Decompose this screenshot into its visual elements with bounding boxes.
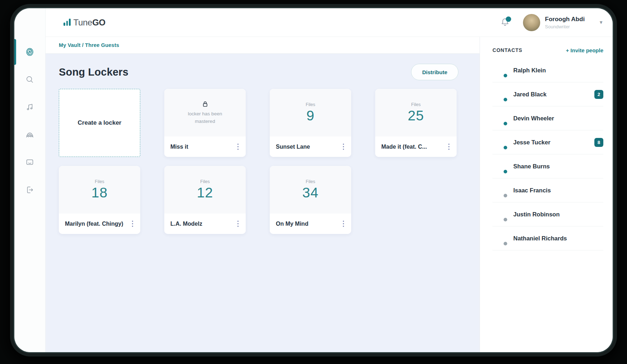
unread-badge: 2 <box>594 90 603 99</box>
files-label: Files <box>200 179 209 184</box>
avatar-wrap <box>492 87 507 101</box>
nav-messages[interactable] <box>25 158 34 167</box>
locker-card[interactable]: Files 9 Sunset Lane <box>270 89 351 157</box>
locker-card[interactable]: Files 12 L.A. Modelz <box>164 166 246 234</box>
locker-title: Miss it <box>170 144 188 150</box>
contact-row[interactable]: Ralph Klein <box>492 58 603 82</box>
invite-people-link[interactable]: + Invite people <box>566 47 603 53</box>
locker-title: Sunset Lane <box>276 144 310 150</box>
contacts-panel: CONTACTS + Invite people Ralph Klein Jar… <box>480 37 613 352</box>
logo-text: TuneGO <box>74 18 105 28</box>
notifications-button[interactable] <box>500 17 511 28</box>
user-meta: Foroogh Abdi Soundwriter <box>545 16 585 29</box>
nav-vault[interactable] <box>25 47 34 57</box>
breadcrumb[interactable]: My Vault / Three Guests <box>59 42 119 48</box>
locker-card[interactable]: Files 18 Marilyn (feat. Chingy) <box>59 166 140 234</box>
locker-card-bar: On My Mind <box>270 214 351 234</box>
locker-preview: Files 18 <box>59 166 140 214</box>
locker-preview: locker has been mastered <box>164 89 246 136</box>
files-label: Files <box>95 179 104 184</box>
contact-row[interactable]: Isaac Francis <box>492 178 603 202</box>
user-avatar <box>523 14 540 31</box>
avatar-wrap <box>492 111 507 125</box>
files-info: Files 25 <box>408 102 424 124</box>
nav-music[interactable] <box>25 102 34 112</box>
status-dot <box>503 73 508 78</box>
people-group-icon <box>25 130 34 139</box>
contact-name: Isaac Francis <box>513 187 551 194</box>
top-header: TuneGO Foroogh Abdi Soundwriter ▼ <box>46 8 613 37</box>
nav-search[interactable] <box>25 75 34 84</box>
status-dot <box>503 145 508 150</box>
contact-row[interactable]: Jared Black 2 <box>492 82 603 106</box>
contact-list: Ralph Klein Jared Black 2 Devin Wheeler … <box>492 58 603 250</box>
chat-bubble-icon <box>25 158 34 167</box>
kebab-menu-icon[interactable] <box>341 142 346 152</box>
header-right: Foroogh Abdi Soundwriter ▼ <box>500 14 603 31</box>
nav-logout[interactable] <box>25 185 34 195</box>
mastered-label: locker has been mastered <box>182 110 228 125</box>
contact-row[interactable]: Justin Robinson <box>492 202 603 226</box>
locker-card-bar: Marilyn (feat. Chingy) <box>59 214 140 234</box>
files-info: Files 34 <box>302 179 319 201</box>
contact-row[interactable]: Devin Wheeler <box>492 106 603 130</box>
fingerprint-vault-icon <box>25 47 34 57</box>
locker-card[interactable]: Files 34 On My Mind <box>270 166 351 234</box>
files-label: Files <box>306 102 315 107</box>
contact-name: Nathaniel Richards <box>513 235 567 242</box>
contact-name: Jesse Tucker <box>513 139 550 146</box>
files-count: 9 <box>306 108 315 124</box>
create-locker-label: Create a locker <box>78 119 122 126</box>
locker-title: On My Mind <box>276 221 308 227</box>
contact-row[interactable]: Shane Burns <box>492 154 603 178</box>
files-count: 12 <box>197 185 213 201</box>
files-count: 25 <box>408 108 424 124</box>
locker-card[interactable]: locker has been mastered Miss it <box>164 89 246 157</box>
kebab-menu-icon[interactable] <box>235 142 241 152</box>
main-head: Song Lockers Distribute <box>59 63 458 81</box>
kebab-menu-icon[interactable] <box>341 219 346 229</box>
locker-card[interactable]: Files 25 Made it (feat. C... <box>375 89 457 157</box>
breadcrumb-bar: My Vault / Three Guests <box>46 37 480 54</box>
lock-icon <box>201 100 209 108</box>
avatar-wrap <box>492 183 507 197</box>
locker-card-bar: Miss it <box>164 136 246 157</box>
locker-card-bar: Made it (feat. C... <box>375 136 457 157</box>
user-role: Soundwriter <box>545 24 585 29</box>
locker-title: L.A. Modelz <box>170 221 202 227</box>
logo-bars-icon <box>63 19 71 28</box>
locker-title: Marilyn (feat. Chingy) <box>65 221 123 227</box>
contact-name: Devin Wheeler <box>513 115 554 122</box>
contact-row[interactable]: Jesse Tucker 8 <box>492 130 603 154</box>
page-title: Song Lockers <box>59 66 128 78</box>
locker-grid: Create a locker locker has been mastered… <box>59 89 458 234</box>
avatar-wrap <box>492 135 507 149</box>
kebab-menu-icon[interactable] <box>235 219 241 229</box>
avatar-wrap <box>492 207 507 221</box>
kebab-menu-icon[interactable] <box>130 219 136 229</box>
contact-row[interactable]: Nathaniel Richards <box>492 226 603 250</box>
contact-name: Ralph Klein <box>513 67 546 74</box>
contact-name: Jared Black <box>513 91 547 98</box>
tunego-logo[interactable]: TuneGO <box>63 18 105 28</box>
distribute-button[interactable]: Distribute <box>411 64 458 80</box>
status-dot <box>503 121 508 126</box>
status-dot <box>503 97 508 102</box>
files-info: Files 18 <box>91 179 108 201</box>
locker-preview: Files 9 <box>270 89 351 136</box>
files-info: Files 12 <box>197 179 213 201</box>
status-dot <box>503 241 508 246</box>
locker-preview: Files 25 <box>375 89 457 136</box>
locker-preview: Files 12 <box>164 166 246 214</box>
user-menu[interactable]: Foroogh Abdi Soundwriter ▼ <box>523 14 603 31</box>
contact-name: Justin Robinson <box>513 211 560 218</box>
nav-artists[interactable] <box>25 130 34 139</box>
mastered-info: locker has been mastered <box>182 100 228 125</box>
unread-badge: 8 <box>594 138 603 147</box>
active-nav-indicator <box>14 39 16 65</box>
files-label: Files <box>411 102 420 107</box>
music-note-icon <box>25 102 34 112</box>
contacts-heading: CONTACTS <box>492 47 522 53</box>
create-locker-card[interactable]: Create a locker <box>59 89 140 157</box>
kebab-menu-icon[interactable] <box>446 142 452 152</box>
